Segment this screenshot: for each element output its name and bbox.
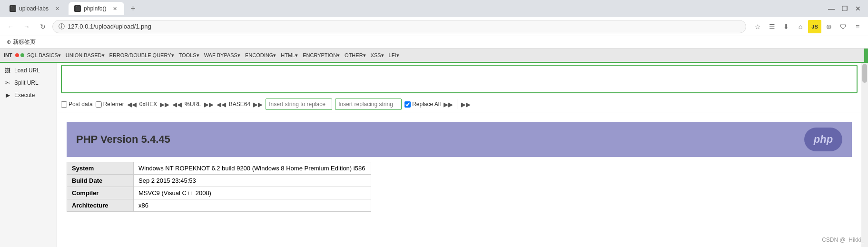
bookmark-label: ⊕ 新标签页 — [7, 38, 36, 46]
split-url-label: Split URL — [14, 79, 39, 86]
close-tab-2[interactable]: ✕ — [111, 5, 118, 12]
green-indicator — [864, 49, 868, 62]
insert-string-input[interactable] — [266, 99, 332, 110]
tab-label-1: upload-labs — [19, 5, 49, 12]
new-tab-bookmark[interactable]: ⊕ 新标签页 — [4, 37, 39, 47]
close-tab-1[interactable]: ✕ — [53, 5, 61, 12]
xss-menu[interactable]: XSS▾ — [369, 52, 386, 59]
ext-label: INT — [2, 52, 14, 59]
reload-button[interactable]: ↻ — [36, 20, 49, 33]
post-data-checkbox-label[interactable]: Post data — [61, 101, 93, 108]
watermark: CSDN @_Hikki_ — [822, 237, 864, 243]
replace-all-checkbox[interactable] — [404, 101, 411, 108]
new-tab-button[interactable]: + — [126, 2, 139, 15]
main-content: Post data Referrer ◀◀ 0xHEX ▶▶ ◀◀ %URL ▶… — [57, 63, 861, 247]
scrollbar[interactable] — [861, 63, 868, 247]
right-arrow-hex: ▶▶ — [160, 101, 169, 108]
replace-all-label: Replace All — [412, 101, 441, 108]
php-header: PHP Version 5.4.45 php — [67, 122, 852, 157]
download-button[interactable]: ⬇ — [779, 20, 793, 33]
load-url-item[interactable]: 🖼 Load URL — [0, 65, 57, 76]
double-right-arrow: ▶▶ — [461, 101, 471, 108]
shield-button[interactable]: 🛡 — [837, 20, 850, 33]
browser-window: ⬛ upload-labs ✕ ⬛ phpinfo() ✕ + — ❐ ✕ ← … — [0, 0, 868, 247]
lfi-menu[interactable]: LFI▾ — [387, 52, 401, 59]
left-arrow-url: ◀◀ — [172, 101, 182, 108]
content-area: 🖼 Load URL ✂ Split URL ▶ Execute — [0, 63, 868, 247]
encryption-menu[interactable]: ENCRYPTION▾ — [301, 52, 342, 59]
js-button[interactable]: JS — [808, 20, 821, 33]
execute-icon: ▶ — [4, 91, 11, 99]
hex-label: 0xHEX — [139, 101, 157, 108]
other-menu[interactable]: OTHER▾ — [343, 52, 368, 59]
home-button[interactable]: ⌂ — [794, 20, 807, 33]
table-value-builddate: Sep 2 2015 23:45:53 — [134, 175, 371, 187]
split-url-icon: ✂ — [4, 79, 11, 87]
right-arrow-replace: ▶▶ — [444, 101, 453, 108]
dot-green-icon — [20, 53, 24, 57]
php-content: PHP Version 5.4.45 php System Windows NT… — [57, 112, 861, 247]
url-text: 127.0.0.1/upload/upload/1.png — [68, 23, 151, 30]
referrer-checkbox[interactable] — [96, 101, 102, 108]
left-arrow-hex: ◀◀ — [127, 101, 137, 108]
insert-replacing-input[interactable] — [335, 99, 402, 110]
location-button[interactable]: ⊕ — [822, 20, 836, 33]
php-version-title: PHP Version 5.4.45 — [76, 133, 170, 146]
table-value-system: Windows NT ROPEKNOT 6.2 build 9200 (Wind… — [134, 162, 371, 175]
address-bar[interactable]: ⓘ 127.0.0.1/upload/upload/1.png — [52, 20, 746, 33]
right-arrow-url: ▶▶ — [204, 101, 214, 108]
percent-url-label: %URL — [185, 101, 201, 108]
bookmarks-bar: ⊕ 新标签页 — [0, 36, 868, 49]
execute-item[interactable]: ▶ Execute — [0, 89, 57, 101]
bookmark-button[interactable]: ☆ — [751, 20, 764, 33]
protocol-icon: ⓘ — [59, 22, 65, 31]
tab-upload-labs[interactable]: ⬛ upload-labs ✕ — [4, 2, 67, 15]
url-input-area — [57, 63, 861, 97]
php-info-table: System Windows NT ROPEKNOT 6.2 build 920… — [67, 162, 371, 212]
url-textarea[interactable] — [61, 65, 858, 93]
table-key-arch: Architecture — [67, 199, 134, 212]
reader-button[interactable]: ☰ — [765, 20, 779, 33]
html-menu[interactable]: HTML▾ — [279, 52, 300, 59]
referrer-checkbox-label[interactable]: Referrer — [96, 101, 124, 108]
waf-bypass-menu[interactable]: WAF BYPASS▾ — [202, 52, 242, 59]
tab-phpinfo[interactable]: ⬛ phpinfo() ✕ — [69, 2, 124, 15]
dot-red-icon — [15, 53, 19, 57]
window-controls: — ❐ ✕ — [825, 2, 864, 15]
extension-toolbar: INT SQL BASICS▾ UNION BASED▾ ERROR/DOUBL… — [0, 49, 868, 63]
table-key-system: System — [67, 162, 134, 175]
union-based-menu[interactable]: UNION BASED▾ — [64, 52, 107, 59]
scroll-thumb[interactable] — [862, 64, 867, 83]
error-double-query-menu[interactable]: ERROR/DOUBLE QUERY▾ — [108, 52, 176, 59]
load-url-icon: 🖼 — [4, 67, 11, 74]
post-data-checkbox[interactable] — [61, 101, 67, 108]
minimize-button[interactable]: — — [825, 2, 838, 15]
maximize-button[interactable]: ❐ — [838, 2, 851, 15]
table-row: Compiler MSVC9 (Visual C++ 2008) — [67, 187, 371, 199]
menu-button[interactable]: ≡ — [851, 20, 864, 33]
toolbar-separator — [457, 99, 457, 109]
tab-favicon-2: ⬛ — [74, 5, 81, 12]
execute-label: Execute — [14, 92, 35, 99]
load-url-label: Load URL — [14, 67, 40, 74]
close-window-button[interactable]: ✕ — [852, 2, 864, 15]
php-logo: php — [804, 128, 842, 151]
tab-label-2: phpinfo() — [84, 5, 106, 12]
split-url-item[interactable]: ✂ Split URL — [0, 77, 57, 89]
replace-all-checkbox-label[interactable]: Replace All — [404, 101, 441, 108]
base64-label: BASE64 — [229, 101, 250, 108]
tab-favicon-1: ⬛ — [10, 5, 16, 12]
post-data-label: Post data — [69, 101, 93, 108]
right-arrow-b64: ▶▶ — [253, 101, 263, 108]
nav-bar: ← → ↻ ⓘ 127.0.0.1/upload/upload/1.png ☆ … — [0, 17, 868, 36]
referrer-label: Referrer — [103, 101, 124, 108]
encoding-menu[interactable]: ENCODING▾ — [243, 52, 278, 59]
back-button[interactable]: ← — [4, 20, 17, 33]
tools-menu[interactable]: TOOLS▾ — [177, 52, 201, 59]
ext-status-dots — [15, 53, 24, 57]
table-key-builddate: Build Date — [67, 175, 134, 187]
forward-button[interactable]: → — [20, 20, 33, 33]
sql-basics-menu[interactable]: SQL BASICS▾ — [25, 52, 63, 59]
table-value-compiler: MSVC9 (Visual C++ 2008) — [134, 187, 371, 199]
left-arrow-b64: ◀◀ — [217, 101, 226, 108]
